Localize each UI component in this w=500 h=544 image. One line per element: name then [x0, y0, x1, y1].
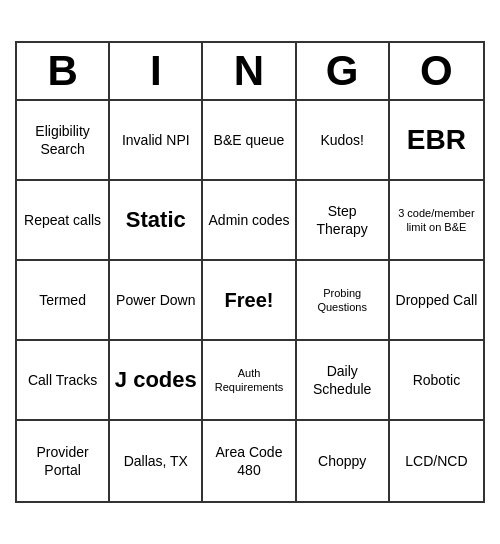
bingo-cell-8: Step Therapy: [297, 181, 390, 261]
bingo-cell-1: Invalid NPI: [110, 101, 203, 181]
bingo-cell-22: Area Code 480: [203, 421, 296, 501]
bingo-cell-11: Power Down: [110, 261, 203, 341]
bingo-cell-4: EBR: [390, 101, 483, 181]
bingo-letter-i: I: [110, 43, 203, 99]
bingo-cell-6: Static: [110, 181, 203, 261]
bingo-cell-5: Repeat calls: [17, 181, 110, 261]
bingo-letter-n: N: [203, 43, 296, 99]
bingo-cell-3: Kudos!: [297, 101, 390, 181]
bingo-cell-23: Choppy: [297, 421, 390, 501]
bingo-letter-b: B: [17, 43, 110, 99]
bingo-cell-19: Robotic: [390, 341, 483, 421]
bingo-header: BINGO: [17, 43, 483, 101]
bingo-cell-20: Provider Portal: [17, 421, 110, 501]
bingo-cell-12: Free!: [203, 261, 296, 341]
bingo-cell-16: J codes: [110, 341, 203, 421]
bingo-cell-14: Dropped Call: [390, 261, 483, 341]
bingo-cell-2: B&E queue: [203, 101, 296, 181]
bingo-cell-9: 3 code/member limit on B&E: [390, 181, 483, 261]
bingo-cell-15: Call Tracks: [17, 341, 110, 421]
bingo-letter-g: G: [297, 43, 390, 99]
bingo-cell-7: Admin codes: [203, 181, 296, 261]
bingo-grid: Eligibility SearchInvalid NPIB&E queueKu…: [17, 101, 483, 501]
bingo-cell-17: Auth Requirements: [203, 341, 296, 421]
bingo-cell-21: Dallas, TX: [110, 421, 203, 501]
bingo-cell-10: Termed: [17, 261, 110, 341]
bingo-cell-18: Daily Schedule: [297, 341, 390, 421]
bingo-letter-o: O: [390, 43, 483, 99]
bingo-cell-0: Eligibility Search: [17, 101, 110, 181]
bingo-cell-13: Probing Questions: [297, 261, 390, 341]
bingo-card: BINGO Eligibility SearchInvalid NPIB&E q…: [15, 41, 485, 503]
bingo-cell-24: LCD/NCD: [390, 421, 483, 501]
